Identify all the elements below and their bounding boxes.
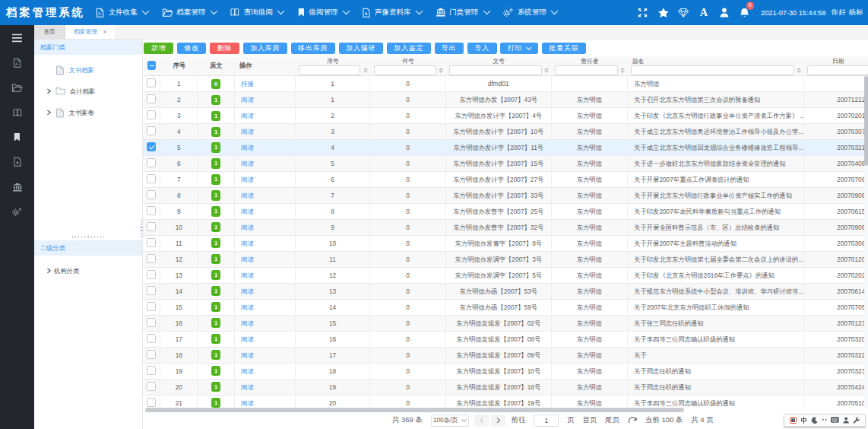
table-row[interactable]: 81阅读70东方明德办发计字【2007】33号东方明德关于开展北京东方明德行政事… xyxy=(143,188,868,204)
sidebar-borrow-manage-icon[interactable] xyxy=(0,125,34,150)
row-checkbox[interactable] xyxy=(143,252,161,268)
table-row[interactable]: 91阅读80东方明德办发普字【2007】25号东方明德关于印发2007年农民科学… xyxy=(143,204,868,220)
action-link[interactable]: 阅读 xyxy=(241,256,254,263)
close-tab-icon[interactable]: × xyxy=(103,29,107,36)
horizontal-scrollbar[interactable] xyxy=(143,408,868,412)
ime-punct-icon[interactable] xyxy=(822,417,828,423)
fullscreen-icon[interactable] xyxy=(632,0,653,25)
row-checkbox[interactable] xyxy=(143,124,161,140)
row-checkbox[interactable] xyxy=(143,108,161,124)
page-number-input[interactable]: 1 xyxy=(534,415,559,427)
select-all-checkbox[interactable] xyxy=(143,56,161,75)
vertical-scrollbar-thumb[interactable] xyxy=(864,76,867,166)
table-row[interactable]: 21阅读10东方明德办发【2007】43号东方明德关于召开北京东方明德第三次会议… xyxy=(143,92,868,108)
table-row[interactable]: 41阅读30东方明德办发计字【2007】10号东方明德关于成立北京东方明德奥运环… xyxy=(143,124,868,140)
first-page-link[interactable]: 首页 xyxy=(582,415,597,425)
expand-arrow-icon[interactable] xyxy=(43,265,54,276)
action-link[interactable]: 阅读 xyxy=(241,224,254,231)
remove-storeroom-button[interactable]: 移出库房 xyxy=(291,43,335,54)
import-button[interactable]: 导入 xyxy=(467,43,497,54)
add-research-button[interactable]: 加入编研 xyxy=(339,43,383,54)
action-link[interactable]: 阅读 xyxy=(241,319,254,327)
row-checkbox[interactable] xyxy=(143,300,161,316)
panel-splitter[interactable] xyxy=(34,233,142,240)
tree-node-jigou-fenlei[interactable]: 机构分类 xyxy=(34,260,142,281)
prev-page-button[interactable] xyxy=(474,415,489,427)
ime-lang-icon[interactable] xyxy=(800,417,807,424)
sort-icons[interactable] xyxy=(542,68,552,73)
ime-moon-icon[interactable] xyxy=(811,417,819,424)
action-link[interactable]: 阅读 xyxy=(241,128,254,135)
tab-home[interactable]: 首页 xyxy=(34,25,65,39)
menu-file-collect[interactable]: A 文件收集 xyxy=(91,0,150,25)
action-link[interactable]: 挂接 xyxy=(241,80,254,87)
menu-media-library[interactable]: 声像资料库 xyxy=(359,0,425,25)
new-button[interactable]: 新增 xyxy=(144,43,173,54)
menu-borrow-manage[interactable]: 借阅管理 xyxy=(293,0,351,25)
sort-icons[interactable] xyxy=(794,68,804,73)
tree-node-wenshu-dangan[interactable]: 文书档案 xyxy=(34,59,142,81)
expand-arrow-icon[interactable] xyxy=(43,86,54,97)
action-link[interactable]: 阅读 xyxy=(241,351,254,359)
bell-icon[interactable]: 0 xyxy=(734,0,755,25)
add-appraisal-button[interactable]: 加入鉴定 xyxy=(387,43,431,54)
star-icon[interactable] xyxy=(653,0,673,25)
table-row[interactable]: 31阅读20东方明德办发计字【2007】4号东方明德关于印发《北京东方明德行政事… xyxy=(143,108,868,124)
ime-keyboard-icon[interactable] xyxy=(831,417,839,423)
sidebar-system-manage-icon[interactable] xyxy=(0,199,34,224)
table-row[interactable]: 61阅读50东方明德办发计字【2007】15号东方明德关于进一步做好北京东方明德… xyxy=(143,156,868,172)
vertical-splitter-handle[interactable] xyxy=(140,221,143,237)
row-checkbox[interactable] xyxy=(143,332,161,348)
user-icon[interactable] xyxy=(714,0,734,25)
row-checkbox[interactable] xyxy=(143,284,161,300)
row-checkbox[interactable] xyxy=(143,396,161,408)
seq-filter-input[interactable] xyxy=(299,65,361,75)
tree-node-wenshu-anjuan[interactable]: 文书案卷 xyxy=(34,102,142,123)
table-row[interactable]: 211阅读200东方明德党组发【2007】19号东方明德关于李四等三位同志确认职… xyxy=(143,396,868,408)
action-link[interactable]: 阅读 xyxy=(241,367,254,375)
batch-link-button[interactable]: 批量关联 xyxy=(542,43,586,54)
add-storeroom-button[interactable]: 加入库房 xyxy=(243,43,287,54)
sidebar-category-manage-icon[interactable] xyxy=(0,175,34,200)
action-link[interactable]: 阅读 xyxy=(241,335,254,343)
row-checkbox[interactable] xyxy=(143,268,161,284)
collapse-menu-icon[interactable] xyxy=(0,25,34,50)
row-checkbox[interactable] xyxy=(143,316,161,332)
row-checkbox[interactable] xyxy=(143,380,161,396)
action-link[interactable]: 阅读 xyxy=(241,112,254,119)
action-link[interactable]: 阅读 xyxy=(241,144,254,151)
action-link[interactable]: 阅读 xyxy=(241,208,254,215)
edit-button[interactable]: 修改 xyxy=(177,43,207,54)
row-checkbox[interactable] xyxy=(143,220,161,236)
row-checkbox[interactable] xyxy=(143,156,161,172)
menu-query-borrow[interactable]: 查询借阅 xyxy=(227,0,287,25)
refresh-icon[interactable] xyxy=(628,416,637,425)
menu-archive-manage[interactable]: 档案管理 xyxy=(158,0,219,25)
action-link[interactable]: 阅读 xyxy=(241,160,254,167)
table-row[interactable]: 10挂接10dfmd01东方明德 xyxy=(143,76,868,92)
table-row[interactable]: 121阅读110东方明德办发调字【2007】3号东方明德关于印发北京东方明德第七… xyxy=(143,252,868,268)
title-filter-input[interactable] xyxy=(631,65,794,75)
sort-icons[interactable] xyxy=(618,68,628,73)
page-size-select[interactable]: 100条/页 xyxy=(431,415,469,427)
menu-system-manage[interactable]: 系统管理 xyxy=(499,0,559,25)
sidebar-archive-manage-icon[interactable] xyxy=(0,75,34,100)
menu-category-manage[interactable]: 门类管理 xyxy=(432,0,492,25)
row-checkbox[interactable] xyxy=(143,204,161,220)
table-row[interactable]: 181阅读170东方明德党组发【2007】09号东方明德关于20070322 xyxy=(143,348,868,364)
action-link[interactable]: 阅读 xyxy=(241,176,254,183)
action-link[interactable]: 阅读 xyxy=(241,288,254,295)
sort-icons[interactable] xyxy=(436,68,446,73)
row-checkbox[interactable] xyxy=(143,76,161,92)
row-checkbox[interactable] xyxy=(143,348,161,364)
action-link[interactable]: 阅读 xyxy=(241,399,254,407)
delete-button[interactable]: 删除 xyxy=(210,43,239,54)
action-link[interactable]: 阅读 xyxy=(241,383,254,391)
row-checkbox[interactable] xyxy=(143,140,161,156)
doc-no-filter-input[interactable] xyxy=(449,65,542,75)
table-row[interactable]: 111阅读100东方明德办发青字【2007】8号东方明德关于开展2007年主题科… xyxy=(143,236,868,252)
sort-icons[interactable] xyxy=(360,68,370,73)
table-row[interactable]: 51阅读40东方明德办发计字【2007】11号东方明德关于成立北京东方明德回龙观… xyxy=(143,140,868,156)
last-page-link[interactable]: 尾页 xyxy=(605,415,619,425)
table-row[interactable]: 161阅读150东方明德党组发【2007】02号东方明德关于张三同志任职的通知2… xyxy=(143,316,868,332)
